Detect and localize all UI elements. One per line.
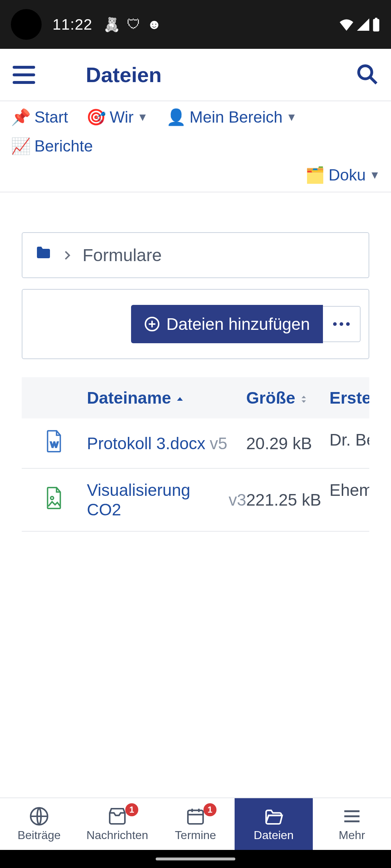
dots-horizontal-icon bbox=[333, 322, 350, 326]
svg-point-2 bbox=[359, 65, 372, 78]
bear-icon: 🧸 bbox=[103, 17, 120, 33]
svg-point-9 bbox=[346, 322, 350, 326]
profile-avatar[interactable] bbox=[11, 9, 42, 40]
nav-item-start[interactable]: 📌 Start bbox=[11, 108, 68, 127]
bottom-nav: Beiträge Nachrichten 1 Termine 1 Dateien… bbox=[0, 797, 391, 850]
calendar-icon bbox=[185, 806, 206, 826]
folder-open-icon bbox=[264, 806, 284, 826]
column-header-creator[interactable]: Ersteller bbox=[329, 388, 369, 408]
nav-beitraege[interactable]: Beiträge bbox=[0, 798, 78, 850]
file-creator: Dr. Bene bbox=[329, 430, 369, 456]
folder-icon: 🗂️ bbox=[305, 166, 325, 184]
search-button[interactable] bbox=[356, 63, 378, 87]
badge: 1 bbox=[203, 803, 216, 816]
breadcrumb-current[interactable]: Formulare bbox=[83, 245, 162, 265]
svg-rect-1 bbox=[375, 18, 378, 20]
home-indicator[interactable] bbox=[156, 858, 235, 860]
target-icon: 🎯 bbox=[86, 108, 106, 127]
user-icon: 👤 bbox=[166, 108, 186, 127]
nav-item-doku[interactable]: 🗂️ Doku ▼ bbox=[305, 166, 380, 184]
table-row[interactable]: Visualisierung CO2 v3 221.25 kB Ehemali bbox=[22, 469, 369, 532]
caret-down-icon: ▼ bbox=[286, 111, 297, 123]
file-name: Visualisierung CO2 bbox=[87, 480, 224, 519]
file-version: v3 bbox=[228, 490, 246, 510]
svg-rect-0 bbox=[373, 19, 379, 31]
page-title: Dateien bbox=[86, 63, 162, 87]
nav-dateien[interactable]: Dateien bbox=[235, 798, 313, 850]
globe-icon bbox=[29, 806, 49, 826]
sort-icon bbox=[299, 388, 308, 408]
files-table: Dateiname Größe Ersteller W bbox=[22, 377, 369, 532]
clock: 11:22 bbox=[52, 16, 92, 33]
menu-icon bbox=[342, 806, 362, 826]
search-icon bbox=[356, 63, 378, 85]
chart-icon: 📈 bbox=[11, 137, 31, 156]
svg-point-7 bbox=[333, 322, 337, 326]
circle-icon: ☻ bbox=[147, 17, 161, 33]
signal-icon bbox=[357, 18, 369, 31]
svg-line-3 bbox=[370, 77, 377, 83]
file-name: Protokoll 3.docx bbox=[87, 434, 205, 453]
caret-down-icon: ▼ bbox=[137, 111, 148, 123]
badge: 1 bbox=[125, 803, 138, 816]
table-header-row: Dateiname Größe Ersteller bbox=[22, 377, 369, 418]
status-bar: 11:22 🧸 🛡 ☻ bbox=[0, 0, 391, 49]
nav-termine[interactable]: Termine 1 bbox=[156, 798, 235, 850]
table-row[interactable]: W Protokoll 3.docx v5 20.29 kB Dr. Bene bbox=[22, 418, 369, 469]
column-header-name[interactable]: Dateiname bbox=[87, 388, 246, 408]
file-creator: Ehemali bbox=[329, 480, 369, 519]
nav-item-berichte[interactable]: 📈 Berichte bbox=[11, 137, 93, 156]
menu-button[interactable] bbox=[13, 66, 35, 84]
inbox-icon bbox=[107, 806, 127, 826]
nav-item-wir[interactable]: 🎯 Wir ▼ bbox=[86, 108, 148, 127]
svg-point-11 bbox=[51, 496, 54, 499]
status-icons-right bbox=[339, 18, 380, 31]
home-indicator-bar bbox=[0, 850, 391, 868]
plus-circle-icon bbox=[144, 316, 160, 332]
caret-down-icon: ▼ bbox=[369, 169, 380, 181]
image-file-icon bbox=[45, 487, 64, 513]
file-size: 20.29 kB bbox=[246, 430, 329, 456]
column-header-size[interactable]: Größe bbox=[246, 388, 329, 408]
svg-rect-13 bbox=[188, 810, 203, 824]
breadcrumb: Formulare bbox=[22, 232, 369, 278]
shield-icon: 🛡 bbox=[127, 17, 140, 33]
word-file-icon: W bbox=[45, 430, 64, 456]
nav-tabs: 📌 Start 🎯 Wir ▼ 👤 Mein Bereich ▼ 📈 Beric… bbox=[0, 101, 391, 192]
nav-item-mein-bereich[interactable]: 👤 Mein Bereich ▼ bbox=[166, 108, 297, 127]
chevron-right-icon bbox=[62, 245, 73, 265]
svg-point-8 bbox=[340, 322, 343, 326]
battery-icon bbox=[372, 18, 380, 31]
folder-icon[interactable] bbox=[35, 244, 52, 266]
more-actions-button[interactable] bbox=[323, 306, 361, 342]
status-icons-left: 🧸 🛡 ☻ bbox=[103, 17, 161, 33]
wifi-icon bbox=[339, 18, 354, 31]
title-bar: Dateien bbox=[0, 49, 391, 101]
nav-nachrichten[interactable]: Nachrichten 1 bbox=[78, 798, 156, 850]
file-size: 221.25 kB bbox=[246, 480, 329, 519]
svg-text:W: W bbox=[50, 440, 58, 449]
action-toolbar: Dateien hinzufügen bbox=[22, 289, 369, 359]
add-files-button[interactable]: Dateien hinzufügen bbox=[131, 305, 323, 343]
pin-icon: 📌 bbox=[11, 108, 31, 127]
content-area: Formulare Dateien hinzufügen Dateiname G… bbox=[0, 192, 391, 797]
nav-mehr[interactable]: Mehr bbox=[313, 798, 391, 850]
file-version: v5 bbox=[210, 434, 227, 453]
sort-asc-icon bbox=[176, 388, 184, 408]
